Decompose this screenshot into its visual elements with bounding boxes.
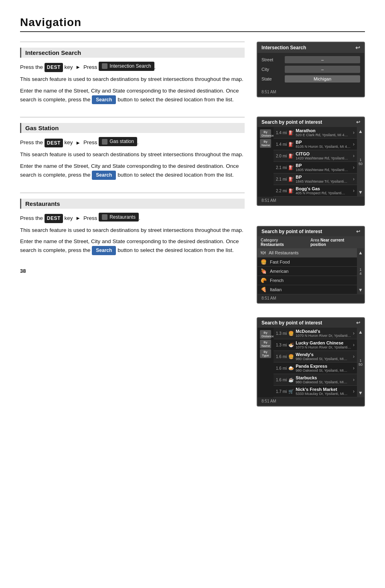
screen3-page-indicator: 1 4: [360, 268, 362, 276]
poi4-chevron-3: ›: [353, 354, 355, 359]
intersection-search-body: Press the DEST key ► Press Intersection …: [20, 62, 245, 104]
scroll4-up-icon[interactable]: ▲: [358, 329, 363, 335]
cat-icon-italian: 🍕: [261, 287, 267, 292]
screen2-side-buttons: ByDistance ByName: [257, 127, 271, 197]
rest-cat-all[interactable]: 🍽 All Restaurants: [257, 248, 357, 258]
rest-cat-french[interactable]: 🥐 French: [257, 276, 357, 285]
rest-cat-fastfood[interactable]: 🍔 Fast Food: [257, 258, 357, 267]
search-button-1[interactable]: Search: [92, 95, 116, 105]
screen2-list: 1.4 mi ⛽ Marathon 520 E Clark Rd, Ypsila…: [274, 127, 357, 197]
menu-btn-icon-1: [102, 63, 107, 69]
screen4-title: Search by point of interest: [261, 320, 322, 326]
gas-station-menu-btn[interactable]: Gas station: [99, 137, 137, 146]
cat-icon-all: 🍽: [261, 250, 265, 256]
section-divider-3: [20, 193, 245, 193]
by-distance-btn[interactable]: ByDistance: [260, 129, 271, 138]
screen1-header: Intersection Search ↩: [257, 42, 364, 53]
restaurants-menu-btn[interactable]: Restaurants: [99, 213, 139, 222]
by-name-btn[interactable]: ByName: [260, 139, 271, 148]
poi-row-5[interactable]: 2.1 mi ⛽ BP 1845 Washtenaw Trl, Ypsilant…: [274, 173, 357, 185]
screen2-header: Search by point of interest ↩: [257, 117, 364, 127]
left-column: Intersection Search Press the DEST key ►…: [20, 42, 245, 414]
cat-label-italian: Italian: [270, 287, 282, 292]
header-divider: [20, 31, 365, 32]
screen2-title: Search by point of interest: [261, 119, 322, 125]
section-divider-1: [20, 42, 245, 42]
screen2-back-icon[interactable]: ↩: [356, 119, 360, 125]
rest-cat-american[interactable]: 🍖 American: [257, 267, 357, 276]
screen1-city-row: City –: [261, 66, 360, 73]
screen1-street-field[interactable]: –: [285, 56, 360, 63]
cat-icon-french: 🥐: [261, 278, 267, 283]
scroll3-up-icon[interactable]: ▲: [358, 250, 363, 256]
poi4-chevron-5: ›: [353, 377, 355, 383]
by-distance-btn-4[interactable]: ByDistance: [260, 330, 271, 339]
poi4-dist-1: 1.3 mi: [276, 331, 287, 336]
poi-row-3[interactable]: 2.0 mi ⛽ CITGO 1420 Washtenaw Rd, Ypsila…: [274, 150, 357, 162]
poi4-name-block-1: McDonald's 1070 N Huron River Dr, Ypsila…: [296, 329, 351, 338]
screen-restaurants-categories: Search by point of interest ↩ Category R…: [257, 226, 365, 304]
poi4-row-3[interactable]: 1.6 mi 🍔 Wendy's 980 Oakwood St, Ypsilan…: [274, 351, 357, 362]
poi4-row-2[interactable]: 1.3 mi 🍜 Lucky Garden Chinese 1073 N Hur…: [274, 339, 357, 351]
poi4-name-main-1: McDonald's: [296, 329, 351, 334]
poi-dist-2: 1.4 mi: [276, 142, 287, 147]
gas-station-menu-label: Gas station: [109, 138, 134, 145]
cat-icon-fastfood: 🍔: [261, 259, 267, 265]
poi-icon-2: ⛽: [288, 142, 294, 147]
scroll-down-icon[interactable]: ▼: [358, 189, 363, 195]
screen1-back-icon[interactable]: ↩: [355, 44, 360, 51]
poi4-addr-1: 1070 N Huron River Dr, Ypsilanti…: [296, 334, 351, 338]
poi-row-2[interactable]: 1.4 mi ⛽ BP 8105 N Huron St, Ypsilanti, …: [274, 139, 357, 150]
by-name-btn-4[interactable]: ByName: [260, 340, 271, 348]
restaurants-desc2: Enter the name of the Street, City and S…: [20, 238, 245, 255]
search-button-2[interactable]: Search: [92, 171, 116, 180]
poi-name-block-5: BP 1845 Washtenaw Trl, Ypsilanti…: [296, 175, 351, 183]
rest-cat-italian[interactable]: 🍕 Italian: [257, 285, 357, 294]
poi4-dist-2: 1.3 mi: [276, 343, 287, 347]
poi4-addr-4: 980 Oakwood St, Ypsilanti, MI…: [296, 369, 351, 373]
poi-row-6[interactable]: 2.2 mi ⛽ Bogg's Gas 405 N Prospect Rd, Y…: [274, 185, 357, 197]
scroll-up-icon[interactable]: ▲: [358, 129, 363, 134]
section-divider-2: [20, 117, 245, 117]
poi-row-4[interactable]: 2.1 mi ⛽ BP 1605 Washtenaw Rd, Ypsilanti…: [274, 162, 357, 173]
poi-addr-2: 8105 N Huron St, Ypsilanti, MI 4…: [296, 145, 351, 149]
intersection-search-desc2: Enter the name of the Street, City and S…: [20, 87, 245, 105]
screen1-city-field[interactable]: –: [285, 66, 360, 73]
screen1-body: Street – City – State Michigan: [257, 53, 364, 88]
poi4-dist-4: 1.6 mi: [276, 366, 287, 371]
poi4-row-1[interactable]: 1.3 mi 🍔 McDonald's 1070 N Huron River D…: [274, 328, 357, 339]
poi-dist-5: 2.1 mi: [276, 177, 287, 181]
right-column: Intersection Search ↩ Street – City – St…: [257, 42, 365, 414]
poi4-name-block-6: Nick's Fresh Market 5333 Mcaulay Dr, Yps…: [296, 387, 351, 396]
menu-btn-icon-3: [102, 214, 107, 220]
poi4-name-block-2: Lucky Garden Chinese 1073 N Huron River …: [296, 340, 351, 349]
screen3-back-icon[interactable]: ↩: [356, 229, 360, 234]
poi-name-block-1: Marathon 520 E Clark Rd, Ypsilanti, Mi 4…: [296, 128, 351, 137]
section-gas-station: Gas Station Press the DEST key ► Press G…: [20, 117, 245, 179]
poi4-row-6[interactable]: 1.7 mi 🛒 Nick's Fresh Market 5333 Mcaula…: [274, 386, 357, 397]
poi-row-1[interactable]: 1.4 mi ⛽ Marathon 520 E Clark Rd, Ypsila…: [274, 127, 357, 139]
screen4-back-icon[interactable]: ↩: [356, 320, 360, 326]
intersection-search-menu-btn[interactable]: Intersection Search: [99, 62, 154, 71]
poi4-chevron-6: ›: [353, 389, 355, 394]
restaurants-instruction: Press the DEST key ► Press Restaurants .: [20, 213, 245, 223]
poi4-name-block-3: Wendy's 980 Oakwood St, Ypsilanti, MI…: [296, 352, 351, 361]
poi4-row-5[interactable]: 1.6 mi ☕ Starbucks 980 Oakwood St, Ypsil…: [274, 374, 357, 386]
by-type-btn-4[interactable]: ByType: [260, 349, 271, 358]
poi4-row-4[interactable]: 1.6 mi 🍛 Panda Express 980 Oakwood St, Y…: [274, 362, 357, 374]
scroll4-down-icon[interactable]: ▼: [358, 390, 363, 396]
poi-icon-3: ⛽: [288, 153, 294, 159]
restaurants-menu-label: Restaurants: [109, 213, 136, 221]
poi-addr-5: 1845 Washtenaw Trl, Ypsilanti…: [296, 179, 351, 183]
screen1-state-field[interactable]: Michigan: [285, 75, 360, 83]
restaurants-title-bar: Restaurants: [20, 199, 245, 209]
poi-chevron-5: ›: [353, 176, 355, 182]
poi4-name-main-2: Lucky Garden Chinese: [296, 340, 351, 345]
search-button-3[interactable]: Search: [92, 246, 116, 255]
poi4-name-block-4: Panda Express 980 Oakwood St, Ypsilanti,…: [296, 364, 351, 373]
scroll3-down-icon[interactable]: ▼: [358, 287, 363, 293]
dest-key-1: DEST: [45, 63, 63, 72]
content-area: Intersection Search Press the DEST key ►…: [20, 42, 365, 414]
screen-gas-station: Search by point of interest ↩ ByDistance…: [257, 117, 365, 206]
screen3-header: Search by point of interest ↩: [257, 227, 364, 236]
